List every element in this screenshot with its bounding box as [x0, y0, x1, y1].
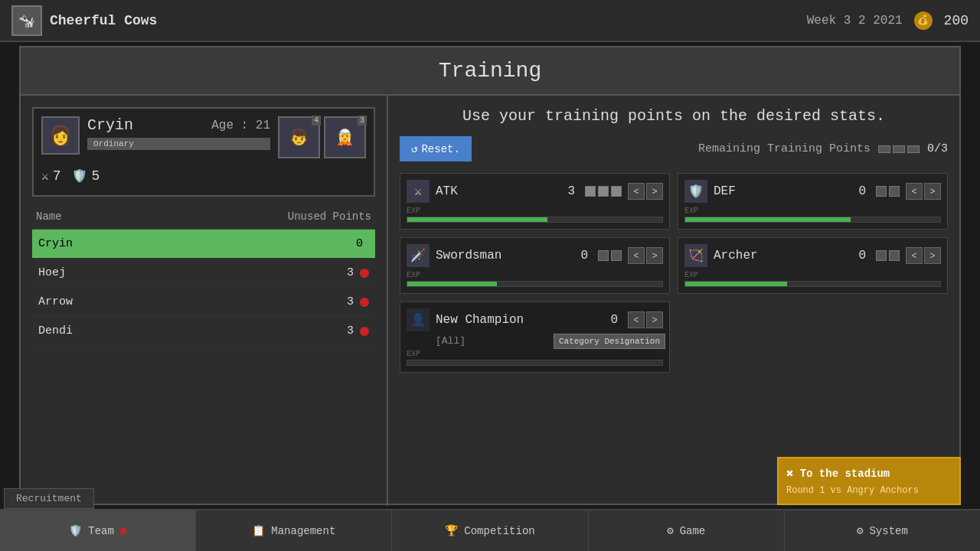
- swordsman-stat-name: Swordsman: [436, 249, 574, 262]
- atk-stat-value: 3: [567, 184, 575, 198]
- archer-pip-1: [876, 250, 887, 261]
- new-champion-decrease-btn[interactable]: <: [628, 311, 645, 328]
- char-def-value: 5: [91, 168, 100, 184]
- def-icon: 🛡️: [72, 168, 87, 184]
- remaining-points: Remaining Training Points 0/3: [698, 142, 948, 155]
- player-name-arrow: Arrow: [38, 295, 347, 308]
- archer-decrease-btn[interactable]: <: [906, 247, 923, 264]
- player-row-cryin[interactable]: Cryin 0: [32, 230, 375, 259]
- nav-team-label: Team: [88, 525, 114, 537]
- nav-competition-btn[interactable]: 🏆 Competition: [392, 510, 588, 551]
- swordsman-pips: [598, 250, 622, 261]
- char-avatar: 👩: [41, 116, 80, 155]
- player-points-arrow: 3: [347, 295, 354, 308]
- portrait-1-icon: 👦: [289, 128, 309, 147]
- nav-game-btn[interactable]: ⚙️ Game: [589, 510, 785, 551]
- point-dot-1: [878, 145, 890, 153]
- left-panel: 👩 Cryin Age : 21 Ordinary 👦 4: [21, 96, 388, 506]
- char-name: Cryin: [87, 116, 133, 134]
- archer-exp-bar: [684, 281, 941, 287]
- def-pip-2: [889, 186, 900, 197]
- player-row-arrow[interactable]: Arrow 3: [32, 288, 375, 317]
- def-exp-fill: [685, 217, 851, 222]
- nav-competition-label: Competition: [464, 525, 534, 537]
- points-dots: [878, 145, 920, 153]
- nav-game-label: Game: [680, 525, 706, 537]
- def-exp-container: EXP: [684, 207, 941, 223]
- char-portraits: 👦 4 🧝 3: [278, 116, 366, 158]
- nav-team-btn[interactable]: 🛡️ Team: [0, 510, 196, 551]
- notif-subtitle: Round 1 vs Angry Anchors: [786, 485, 952, 496]
- red-dot-hoej: [360, 269, 369, 278]
- col-points: Unused Points: [288, 210, 371, 223]
- player-row-hoej[interactable]: Hoej 3: [32, 259, 375, 288]
- archer-arrows: < >: [906, 247, 941, 264]
- player-name-dendi: Dendi: [38, 324, 347, 337]
- list-header: Name Unused Points: [32, 204, 375, 230]
- atk-increase-btn[interactable]: >: [646, 183, 663, 200]
- new-champion-arrows: < >: [628, 311, 663, 328]
- def-decrease-btn[interactable]: <: [906, 183, 923, 200]
- training-toolbar: ↺ Reset. Remaining Training Points 0/3: [400, 136, 948, 161]
- notif-title: To the stadium: [800, 468, 890, 480]
- char-stats-row: ⚔️ 7 🛡️ 5: [41, 165, 366, 187]
- point-dot-2: [893, 145, 905, 153]
- swordsman-arrows: < >: [628, 247, 663, 264]
- atk-exp-container: EXP: [407, 207, 663, 223]
- def-stat-name: DEF: [714, 184, 852, 198]
- swordsman-increase-btn[interactable]: >: [646, 247, 663, 264]
- archer-card: 🏹 Archer 0 < > EXP: [678, 237, 948, 294]
- nav-game-icon: ⚙️: [667, 524, 673, 537]
- portrait-2-icon: 🧝: [335, 128, 354, 147]
- def-increase-btn[interactable]: >: [924, 183, 941, 200]
- character-card: 👩 Cryin Age : 21 Ordinary 👦 4: [32, 107, 375, 197]
- portrait-1[interactable]: 👦 4: [278, 116, 320, 158]
- nav-management-btn[interactable]: 📋 Management: [196, 510, 392, 551]
- archer-stat-name: Archer: [714, 249, 852, 262]
- team-logo: 🐄: [11, 5, 42, 36]
- recruitment-tab[interactable]: Recruitment: [4, 488, 94, 509]
- swordsman-exp-fill: [407, 282, 497, 286]
- archer-increase-btn[interactable]: >: [924, 247, 941, 264]
- nav-system-btn[interactable]: ⚙️ System: [785, 510, 980, 551]
- player-points-hoej: 3: [347, 266, 354, 279]
- atk-exp-label: EXP: [407, 207, 663, 215]
- atk-decrease-btn[interactable]: <: [628, 183, 645, 200]
- atk-exp-fill: [407, 217, 547, 222]
- char-tier: Ordinary: [87, 138, 270, 150]
- def-exp-label: EXP: [684, 207, 941, 215]
- archer-pips: [876, 250, 900, 261]
- notif-icon: ✖: [786, 466, 794, 481]
- player-points-cryin: 0: [356, 237, 363, 250]
- modal-body: 👩 Cryin Age : 21 Ordinary 👦 4: [21, 96, 959, 506]
- atk-exp-bar: [407, 217, 663, 223]
- atk-pip-3: [611, 186, 622, 197]
- char-avatar-icon: 👩: [49, 125, 72, 147]
- portrait-2[interactable]: 🧝 3: [324, 116, 366, 158]
- reset-button[interactable]: ↺ Reset.: [400, 136, 472, 161]
- reset-icon: ↺: [411, 142, 417, 155]
- category-tooltip: Category Designation: [554, 334, 665, 349]
- notification-panel[interactable]: ✖ To the stadium Round 1 vs Angry Anchor…: [777, 457, 961, 505]
- player-row-dendi[interactable]: Dendi 3: [32, 317, 375, 346]
- swordsman-pip-2: [611, 250, 622, 261]
- char-top-combined: 👩 Cryin Age : 21 Ordinary 👦 4: [41, 116, 366, 158]
- new-champion-increase-btn[interactable]: >: [646, 311, 663, 328]
- player-list: Cryin 0 Hoej 3 Arrow 3 Dendi 3: [32, 230, 375, 494]
- nav-competition-icon: 🏆: [445, 524, 458, 537]
- portrait-2-badge: 3: [358, 116, 367, 126]
- atk-stat-name: ATK: [436, 184, 561, 198]
- top-bar: 🐄 Cheerful Cows Week 3 2 2021 💰 200: [0, 0, 980, 42]
- stat-grid: ⚔️ ATK 3 < > EXP: [400, 173, 948, 373]
- team-name: Cheerful Cows: [50, 13, 157, 28]
- new-champion-stat-value: 0: [610, 313, 618, 327]
- remaining-label: Remaining Training Points: [698, 142, 871, 155]
- reset-label: Reset.: [421, 143, 459, 155]
- new-champion-exp-container: EXP: [407, 350, 663, 366]
- def-pips: [876, 186, 900, 197]
- archer-card-icon: 🏹: [684, 244, 707, 267]
- swordsman-decrease-btn[interactable]: <: [628, 247, 645, 264]
- new-champion-stat-name: New Champion: [436, 313, 604, 327]
- atk-pips: [585, 186, 622, 197]
- swordsman-stat-value: 0: [580, 249, 588, 262]
